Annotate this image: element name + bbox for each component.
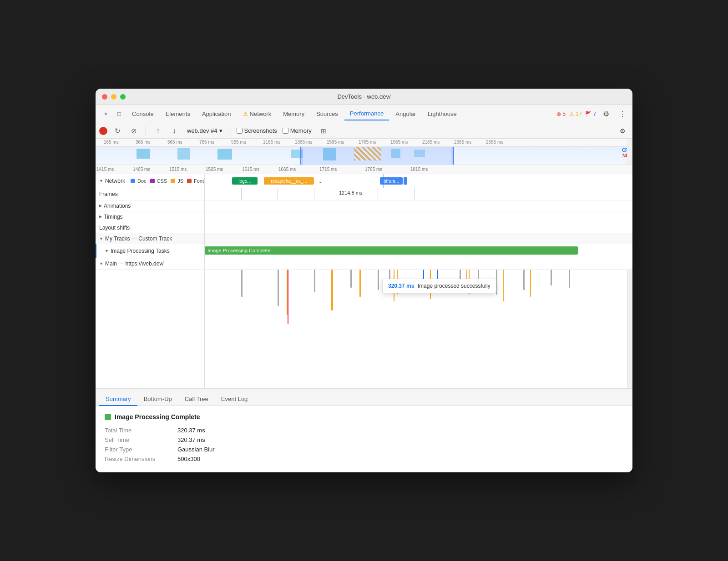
main-tick-1615: 1615 ms [242, 167, 259, 172]
call-stacks-area: 320.37 ms Image processed successfully [96, 270, 632, 388]
tab-memory[interactable]: Memory [278, 108, 310, 120]
main-thread-content [205, 258, 632, 269]
animations-label[interactable]: ▶ Animations [96, 200, 205, 211]
call-stack-10 [523, 270, 525, 290]
perf-settings-icon[interactable]: ⚙ [616, 125, 629, 137]
main-tick-1715: 1715 ms [319, 167, 337, 172]
call-stack-11 [551, 270, 552, 286]
network-track-label[interactable]: ▼ Network Doc CSS JS Font [96, 174, 205, 188]
tick-165: 165 ms [104, 140, 119, 145]
right-scrollbar[interactable] [627, 270, 632, 388]
legend-js: JS [171, 178, 183, 184]
window-title: DevTools - web.dev/ [337, 93, 390, 100]
tab-sources[interactable]: Sources [311, 108, 344, 120]
image-processing-bar[interactable]: Image Processing Complete [205, 246, 578, 255]
selection-right-handle[interactable] [451, 147, 454, 165]
network-bar-logo[interactable]: logo... [232, 177, 258, 185]
image-processing-label[interactable]: ▼ Image Processing Tasks [96, 244, 205, 258]
main-thread-triangle: ▼ [99, 261, 103, 266]
call-stack-3 [314, 270, 315, 292]
timeline-overview: 165 ms 365 ms 565 ms 765 ms 965 ms 1165 … [96, 139, 632, 165]
timeline-scrollbar[interactable] [627, 139, 632, 165]
reload-icon[interactable]: ↻ [111, 125, 124, 137]
traffic-lights [102, 94, 126, 100]
info-icon: 🚩 [585, 111, 592, 117]
layout-shifts-label[interactable]: Layout shifts [96, 222, 205, 233]
profile-selector[interactable]: web.dev #4 ▾ [184, 126, 225, 135]
frames-time: 1214.8 ms [339, 190, 362, 195]
network-bar-recaptcha[interactable]: recaptcha__es_... [264, 177, 314, 185]
legend-css: CSS [150, 178, 167, 184]
tab-console[interactable]: Console [126, 108, 159, 120]
close-button[interactable] [102, 94, 107, 100]
css-color [150, 179, 155, 183]
summary-panel: Image Processing Complete Total Time 320… [96, 406, 632, 472]
call-stack-yellow-9 [503, 270, 504, 301]
memory-checkbox[interactable]: Memory [283, 127, 312, 134]
selection-left-handle[interactable] [300, 147, 303, 165]
memory-gauge-icon[interactable]: ⊞ [317, 125, 330, 137]
frame-tick-1 [241, 188, 242, 200]
screenshots-check[interactable] [237, 128, 243, 134]
call-stack-2 [278, 270, 279, 306]
tick-1165: 1165 ms [263, 140, 280, 145]
minimize-button[interactable] [111, 94, 116, 100]
timings-track-row: ▶ Timings [96, 211, 632, 222]
clear-icon[interactable]: ⊘ [127, 125, 140, 137]
tooltip-message: Image processed successfully [418, 283, 490, 289]
download-icon[interactable]: ↓ [168, 125, 181, 137]
main-tick-1515: 1515 ms [169, 167, 187, 172]
animations-track-row: ▶ Animations [96, 200, 632, 211]
screenshots-checkbox[interactable]: Screenshots [237, 127, 277, 134]
custom-track-header-label[interactable]: ▼ My Tracks — Custom Track [96, 233, 205, 244]
main-tick-1815: 1815 ms [410, 167, 428, 172]
maximize-button[interactable] [120, 94, 126, 100]
main-tick-1765: 1765 ms [365, 167, 382, 172]
more-icon[interactable]: ⋮ [616, 108, 629, 120]
upload-icon[interactable]: ↑ [152, 125, 164, 137]
tab-summary[interactable]: Summary [99, 393, 137, 406]
tick-965: 965 ms [231, 140, 246, 145]
frame-tick-5 [414, 188, 415, 200]
tab-network[interactable]: ⚠ Network [238, 108, 277, 120]
network-track-row: ▼ Network Doc CSS JS Font [96, 174, 632, 188]
devtools-window: DevTools - web.dev/ ⌖ □ Console Elements… [96, 89, 632, 472]
main-thread-label[interactable]: ▼ Main — https://web.dev/ [96, 258, 205, 269]
call-stack-yellow-3 [359, 270, 361, 297]
timeline-chart[interactable] [96, 147, 627, 165]
animations-triangle: ▶ [99, 204, 102, 208]
summary-title: Image Processing Complete [105, 413, 623, 421]
tick-1565: 1565 ms [327, 140, 344, 145]
bottom-panel: Summary Bottom-Up Call Tree Event Log Im… [96, 388, 632, 472]
legend-doc: Doc [131, 178, 147, 184]
summary-self-time: Self Time 320.37 ms [105, 436, 623, 443]
timeline-selection[interactable] [300, 147, 454, 165]
memory-check[interactable] [283, 128, 288, 134]
tick-2365: 2365 ms [454, 140, 471, 145]
summary-filter-type: Filter Type Gaussian Blur [105, 446, 623, 453]
cursor-icon[interactable]: ⌖ [99, 108, 112, 120]
tab-angular[interactable]: Angular [390, 108, 421, 120]
left-spacer [96, 270, 205, 388]
summary-color-box [105, 414, 111, 420]
timings-label[interactable]: ▶ Timings [96, 211, 205, 222]
tab-performance[interactable]: Performance [344, 107, 389, 120]
tab-bottom-up[interactable]: Bottom-Up [137, 393, 178, 406]
chevron-down-icon: ▾ [219, 127, 222, 134]
call-stack-4 [350, 270, 352, 288]
device-toggle-icon[interactable]: □ [113, 108, 126, 120]
frames-label[interactable]: Frames [96, 188, 205, 200]
record-button[interactable] [99, 127, 107, 135]
animations-content [205, 200, 632, 211]
error-icon: ⊗ [556, 111, 561, 117]
tab-lighthouse[interactable]: Lighthouse [422, 108, 462, 120]
tab-elements[interactable]: Elements [160, 108, 196, 120]
tab-event-log[interactable]: Event Log [215, 393, 254, 406]
settings-icon[interactable]: ⚙ [600, 108, 612, 120]
tab-call-tree[interactable]: Call Tree [178, 393, 215, 406]
js-color [171, 179, 175, 183]
tab-application[interactable]: Application [197, 108, 237, 120]
main-tick-1415: 1415 ms [96, 167, 114, 172]
main-time-ruler: 1415 ms 1465 ms 1515 ms 1565 ms 1615 ms … [96, 165, 632, 174]
tick-1765: 1765 ms [359, 140, 376, 145]
